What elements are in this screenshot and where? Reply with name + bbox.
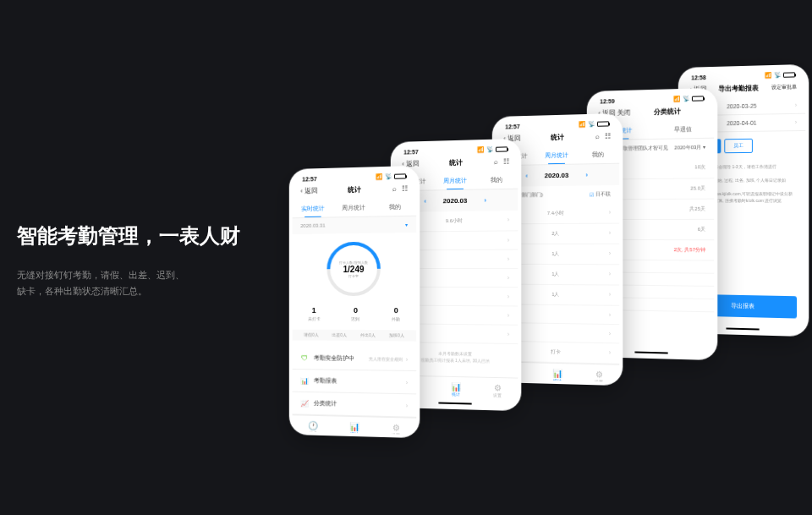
wifi-icon: 📡: [774, 72, 782, 79]
nav-settings[interactable]: ⚙设置: [392, 423, 400, 435]
phone-1: 12:57 📶📡 ‹返回 统计 ⌕☷ 实时统计 周月统计 我的 2020.03.…: [289, 166, 420, 438]
chart-icon: 📊: [451, 381, 461, 391]
date-label: 2020.03.31: [300, 223, 325, 229]
attendance-chart: 打卡人数/应到人数 1/249 打卡率: [326, 242, 380, 296]
gear-icon: ⚙: [595, 370, 603, 379]
chevron-right-icon: ›: [406, 403, 408, 408]
calendar-icon[interactable]: ☷: [605, 132, 611, 140]
stat-item[interactable]: 0外勤: [392, 306, 400, 321]
page-title: 分类统计: [630, 106, 705, 117]
search-icon[interactable]: ⌕: [392, 185, 397, 193]
page-title: 统计: [520, 132, 595, 143]
wifi-icon: 📡: [486, 146, 494, 153]
tab-mine[interactable]: 我的: [578, 145, 620, 163]
stats-icon: 📈: [300, 399, 309, 408]
tab-monthly[interactable]: 周月统计: [435, 172, 476, 189]
home-indicator: [438, 402, 472, 405]
view-toggle[interactable]: ☑日不联: [590, 190, 611, 198]
page-title: 导出考勤报表: [706, 83, 771, 94]
search-icon[interactable]: ⌕: [595, 133, 600, 140]
gear-icon: ⚙: [392, 423, 400, 432]
tab-monthly[interactable]: 周月统计: [333, 199, 375, 216]
tab-realtime[interactable]: 实时统计: [293, 200, 333, 218]
wifi-icon: 📡: [683, 96, 690, 102]
stat-item[interactable]: 0迟到: [352, 306, 360, 321]
home-indicator: [726, 327, 760, 331]
battery-icon: [496, 146, 508, 151]
list-item-report[interactable]: 📊考勤报表›: [293, 370, 417, 394]
signal-icon: 📶: [477, 146, 485, 153]
badge: 加班0人: [389, 333, 404, 337]
battery-icon: [692, 96, 704, 101]
signal-icon: 📶: [765, 72, 772, 79]
nav-stats[interactable]: 📊统计: [349, 422, 359, 435]
month-selector[interactable]: 2020年03月 ▾: [674, 144, 705, 152]
chevron-right-icon: ›: [406, 356, 408, 362]
nav-stats[interactable]: 📊统计: [451, 381, 461, 396]
month-label: 2020.03: [443, 197, 468, 205]
calendar-icon[interactable]: ☷: [402, 184, 408, 192]
chevron-down-icon[interactable]: ▾: [405, 222, 408, 227]
month-label: 2020.03: [545, 172, 569, 179]
signal-icon: 📶: [376, 173, 383, 180]
clock-icon: 🕐: [308, 421, 318, 430]
list-item-security[interactable]: 🛡考勤安全防护中无人泄在安全规则›: [293, 347, 417, 371]
chevron-left-icon: ‹: [300, 187, 303, 194]
back-button[interactable]: ‹返回: [300, 186, 317, 195]
page-title: 统计: [419, 157, 494, 168]
toggle-employee[interactable]: 员工: [724, 139, 753, 153]
page-title: 统计: [317, 184, 392, 195]
nav-clock[interactable]: 🕐打卡: [308, 421, 318, 435]
nav-stats[interactable]: 📊统计: [552, 369, 562, 382]
nav-settings[interactable]: ⚙设置: [595, 370, 603, 382]
wifi-icon: 📡: [588, 121, 595, 128]
tab-mine[interactable]: 我的: [476, 171, 518, 189]
prev-month[interactable]: ‹: [424, 198, 426, 205]
signal-icon: 📶: [579, 121, 586, 128]
chart-icon: 📊: [349, 422, 359, 431]
shield-icon: 🛡: [300, 353, 309, 362]
badge: 出差0人: [332, 333, 347, 337]
next-month[interactable]: ›: [484, 196, 486, 204]
settings-link[interactable]: 设定审批单: [771, 83, 797, 91]
gear-icon: ⚙: [493, 382, 502, 392]
headline: 智能考勤管理，一表人财: [17, 222, 240, 250]
calendar-icon[interactable]: ☷: [503, 157, 509, 165]
battery-icon: [783, 72, 795, 77]
home-indicator: [634, 351, 668, 354]
next-month[interactable]: ›: [585, 171, 588, 178]
chevron-right-icon: ›: [406, 379, 408, 385]
nav-settings[interactable]: ⚙设置: [493, 382, 502, 397]
stat-item[interactable]: 1未打卡: [308, 306, 321, 321]
wifi-icon: 📡: [385, 173, 392, 180]
battery-icon: [394, 173, 406, 178]
tabs: 实时统计 周月统计 我的: [293, 198, 417, 218]
tab-early[interactable]: 早退值: [651, 120, 714, 139]
battery-icon: [597, 121, 609, 126]
tab-mine[interactable]: 我的: [375, 198, 417, 216]
prev-month[interactable]: ‹: [525, 173, 528, 180]
badge: 外出0人: [360, 333, 375, 337]
subtext: 无缝对接钉钉考勤，请假、出差、迟到、 缺卡，各种出勤状态清晰汇总。: [17, 267, 240, 301]
signal-icon: 📶: [673, 96, 681, 102]
chart-icon: 📊: [300, 376, 309, 385]
tab-monthly[interactable]: 周月统计: [536, 146, 578, 164]
list-item-category[interactable]: 📈分类统计›: [293, 392, 417, 418]
search-icon[interactable]: ⌕: [494, 158, 498, 166]
chart-icon: 📊: [552, 369, 562, 378]
badge: 请假0人: [304, 333, 318, 337]
